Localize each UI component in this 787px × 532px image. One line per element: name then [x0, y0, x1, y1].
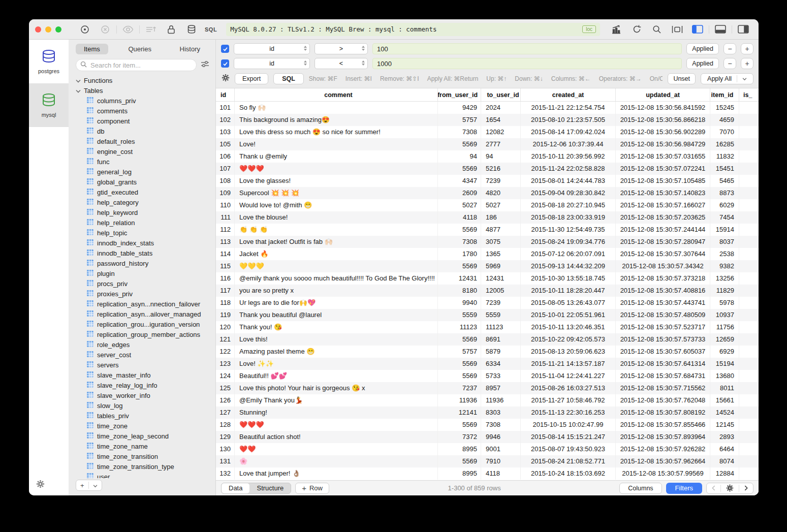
focus-mode-icon[interactable] [671, 23, 683, 36]
cell-item-id[interactable]: 15245 [710, 102, 739, 114]
cell-updated-at[interactable]: 2015-12-08 15:30:57.684731 [616, 370, 710, 382]
cell-updated-at[interactable]: 2015-12-08 15:30:57.280947 [616, 236, 710, 248]
disconnect-icon[interactable] [99, 23, 111, 36]
table-list-item[interactable]: time_zone_transition [76, 451, 215, 461]
zoom-window-button[interactable] [55, 26, 61, 33]
cell-updated-at[interactable]: 2015-12-08 15:30:57.715562 [616, 382, 710, 394]
cell-from-user-id[interactable]: 7308 [438, 236, 481, 248]
cell-updated-at[interactable]: 2015-12-08 15:30:57.808192 [616, 406, 710, 419]
cell-id[interactable]: 116 [216, 272, 235, 285]
cell-updated-at[interactable]: 2015-12-08 15:30:57.443741 [616, 297, 710, 309]
table-list-item[interactable]: innodb_table_stats [76, 248, 215, 258]
filter-settings-gear-icon[interactable] [222, 74, 230, 84]
cell-id[interactable]: 108 [216, 175, 235, 187]
cell-from-user-id[interactable]: 5569 [438, 260, 481, 272]
cell-is[interactable] [739, 455, 759, 467]
cell-from-user-id[interactable]: 5569 [438, 358, 481, 370]
cell-from-user-id[interactable]: 8995 [438, 467, 481, 480]
cell-to-user-id[interactable]: 7308 [481, 419, 521, 431]
cell-is[interactable] [739, 260, 759, 272]
column-header-updated-at[interactable]: updated_at [616, 88, 710, 101]
cell-updated-at[interactable]: 2015-12-08 15:30:57.762048 [616, 394, 710, 406]
cell-updated-at[interactable]: 2015-12-08 15:30:57.893964 [616, 431, 710, 443]
cell-id[interactable]: 109 [216, 187, 235, 199]
lock-icon[interactable] [165, 23, 177, 36]
cell-from-user-id[interactable]: 5757 [438, 114, 481, 126]
cell-item-id[interactable]: 6029 [710, 199, 739, 211]
chart-icon[interactable] [610, 23, 622, 36]
add-filter-button[interactable]: + [741, 58, 753, 69]
database-icon[interactable] [185, 23, 198, 36]
cell-id[interactable]: 114 [216, 248, 235, 260]
filter-column-select[interactable]: id [234, 58, 310, 69]
cell-item-id[interactable]: 2538 [710, 248, 739, 260]
cell-item-id[interactable]: 8074 [710, 455, 739, 467]
cell-updated-at[interactable]: 2015-12-08 15:30:57.641314 [616, 358, 710, 370]
cell-is[interactable] [739, 297, 759, 309]
cell-id[interactable]: 124 [216, 370, 235, 382]
cell-item-id[interactable]: 8037 [710, 236, 739, 248]
cell-is[interactable] [739, 394, 759, 406]
cell-comment[interactable]: 🌸 [235, 455, 438, 467]
page-settings-gear-icon[interactable] [721, 483, 739, 493]
cell-to-user-id[interactable]: 2777 [481, 138, 521, 150]
export-button[interactable]: Export [235, 73, 268, 84]
cell-updated-at[interactable]: 2015-12-08 15:30:57.105485 [616, 175, 710, 187]
add-item-split-button[interactable]: + [76, 480, 102, 491]
cell-is[interactable] [739, 126, 759, 138]
add-row-button[interactable]: + Row [295, 483, 329, 494]
item-search-box[interactable] [76, 59, 197, 71]
cell-created-at[interactable]: 2015-08-18 20:27:10.945 [521, 199, 616, 211]
next-page-icon[interactable] [739, 483, 753, 493]
cell-is[interactable] [739, 163, 759, 175]
cell-is[interactable] [739, 333, 759, 346]
cell-to-user-id[interactable]: 9001 [481, 443, 521, 455]
cell-is[interactable] [739, 370, 759, 382]
remove-filter-button[interactable]: − [723, 43, 736, 54]
cell-to-user-id[interactable]: 186 [481, 211, 521, 224]
cell-is[interactable] [739, 431, 759, 443]
cell-id[interactable]: 131 [216, 455, 235, 467]
cell-created-at[interactable]: 2015-08-24 19:09:34.776 [521, 236, 616, 248]
cell-item-id[interactable]: 2893 [710, 431, 739, 443]
cell-item-id[interactable]: 9382 [710, 260, 739, 272]
table-list-item[interactable]: component [76, 116, 215, 126]
cell-created-at[interactable]: 2015-11-21 22:12:54.754 [521, 102, 616, 114]
table-list-item[interactable]: innodb_index_stats [76, 238, 215, 248]
cell-created-at[interactable]: 2015-08-18 23:00:33.919 [521, 211, 616, 224]
cell-comment[interactable]: Thank you! 😘 [235, 321, 438, 333]
cell-id[interactable]: 102 [216, 114, 235, 126]
cell-comment[interactable]: So fly 🙌🏻 [235, 102, 438, 114]
cell-to-user-id[interactable]: 7910 [481, 455, 521, 467]
cell-item-id[interactable]: 12884 [710, 467, 739, 480]
cell-comment[interactable]: Love this photo! Your hair is gorgeous 😘… [235, 382, 438, 394]
cell-is[interactable] [739, 272, 759, 285]
cell-from-user-id[interactable]: 11936 [438, 394, 481, 406]
filter-operator-select[interactable]: > [314, 43, 368, 54]
cell-from-user-id[interactable]: 7237 [438, 382, 481, 394]
cell-created-at[interactable]: 2015-11-21 14:13:57.187 [521, 358, 616, 370]
table-list-item[interactable]: global_grants [76, 177, 215, 187]
cell-is[interactable] [739, 309, 759, 321]
cell-created-at[interactable]: 2015-11-04 12:24:41.227 [521, 370, 616, 382]
cell-to-user-id[interactable]: 3075 [481, 236, 521, 248]
cell-updated-at[interactable]: 2015-12-08 15:30:56.841592 [616, 102, 710, 114]
cell-created-at[interactable]: 2015-08-24 21:08:52.771 [521, 455, 616, 467]
tab-data[interactable]: Data [222, 483, 249, 493]
cell-created-at[interactable]: 2015-08-07 19:43:50.923 [521, 443, 616, 455]
cell-item-id[interactable]: 5465 [710, 175, 739, 187]
cell-comment[interactable]: Love that jacket! Outfit is fab 🙌🏻 [235, 236, 438, 248]
filter-column-select[interactable]: id [234, 43, 310, 54]
cell-comment[interactable]: Supercool 💥 💥 💥 [235, 187, 438, 199]
filter-value-input[interactable] [372, 58, 682, 69]
cell-is[interactable] [739, 346, 759, 358]
table-list-item[interactable]: gtid_executed [76, 187, 215, 197]
table-list-item[interactable]: help_relation [76, 217, 215, 228]
cell-is[interactable] [739, 248, 759, 260]
table-list-item[interactable]: slave_worker_info [76, 390, 215, 400]
toggle-bottom-panel-icon[interactable] [714, 23, 727, 36]
cell-comment[interactable]: ❤️❤️❤️ [235, 163, 438, 175]
cell-is[interactable] [739, 358, 759, 370]
filters-button[interactable]: Filters [666, 483, 702, 494]
cell-created-at[interactable]: 2015-10-01 22:05:51.961 [521, 309, 616, 321]
